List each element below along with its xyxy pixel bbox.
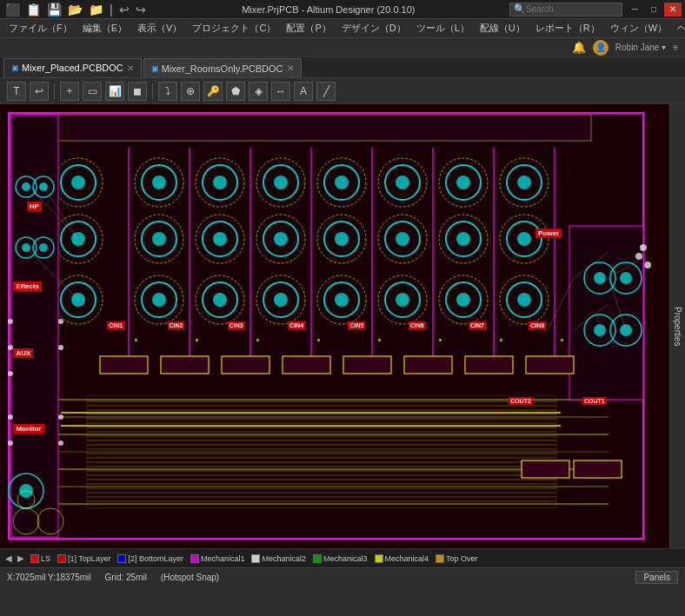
menu-report[interactable]: レポート（R） <box>530 20 605 36</box>
svg-point-86 <box>396 293 409 307</box>
tool-fill[interactable]: ◼ <box>128 82 147 101</box>
layer-mech1-label: Mechanical1 <box>201 554 245 563</box>
layer-top[interactable]: [1] TopLayer <box>55 554 113 563</box>
svg-point-78 <box>152 293 166 307</box>
tool-text[interactable]: A <box>294 82 313 101</box>
conn-cin3: CIN3 <box>228 321 245 329</box>
menu-edit[interactable]: 編集（E） <box>77 20 132 36</box>
status-right: Panels <box>635 571 678 584</box>
svg-rect-140 <box>404 356 452 374</box>
layer-bottom[interactable]: [2] BottomLayer <box>115 554 186 563</box>
search-input[interactable] <box>526 4 613 14</box>
svg-point-54 <box>396 176 409 189</box>
quick-icon-2[interactable]: 💾 <box>45 3 63 17</box>
properties-panel-tab[interactable]: Properties <box>669 104 685 548</box>
svg-point-64 <box>213 232 227 246</box>
app-icon: ⬛ <box>3 3 22 17</box>
layer-top-label: [1] TopLayer <box>68 554 110 563</box>
layer-ls[interactable]: LS <box>28 554 53 563</box>
svg-point-117 <box>22 182 30 191</box>
layer-top-color <box>57 554 66 563</box>
layer-mech1[interactable]: Mechanical1 <box>188 554 248 563</box>
user-icon[interactable]: 👤 <box>593 40 609 56</box>
conn-cin5: CIN5 <box>348 321 365 329</box>
menu-view[interactable]: 表示（V） <box>132 20 187 36</box>
svg-point-48 <box>213 176 227 189</box>
close-button[interactable]: ✕ <box>664 3 682 17</box>
tool-rect[interactable]: ▭ <box>83 82 102 101</box>
tool-poly[interactable]: ⬟ <box>226 82 245 101</box>
quick-icon-5[interactable]: | <box>108 3 115 17</box>
menu-help[interactable]: ヘルプ（H） <box>672 20 685 36</box>
svg-rect-139 <box>343 356 391 374</box>
layer-ls-color <box>30 554 39 563</box>
conn-cin8: CIN8 <box>529 321 546 329</box>
svg-point-88 <box>456 293 470 307</box>
svg-point-66 <box>274 232 288 246</box>
room-power: Power <box>535 229 562 238</box>
tab-mixer-rooms[interactable]: ▣ Mixer_RoomsOnly.PCBDOC ✕ <box>143 58 302 77</box>
quick-icon-3[interactable]: 📂 <box>66 3 84 17</box>
menu-window[interactable]: ウィン（W） <box>605 20 672 36</box>
menu-place[interactable]: 配置（P） <box>281 20 336 36</box>
conn-cout1: COUT1 <box>582 397 607 405</box>
svg-point-163 <box>644 262 651 268</box>
bell-icon[interactable]: 🔔 <box>572 41 586 54</box>
room-hp: HP <box>27 202 42 211</box>
layer-mech4-color <box>375 554 383 563</box>
tool-measure[interactable]: ↔ <box>271 82 290 101</box>
pcb-canvas[interactable]: HP Effects AUX Monitor Power CIN1 CIN2 C… <box>0 104 669 548</box>
menu-tools[interactable]: ツール（L） <box>411 20 475 36</box>
quick-icon-undo[interactable]: ↩ <box>117 3 131 17</box>
svg-point-161 <box>58 440 63 446</box>
conn-cin6: CIN6 <box>409 321 426 329</box>
conn-cin4: CIN4 <box>288 321 305 329</box>
menu-design[interactable]: デザイン（D） <box>336 20 411 36</box>
svg-point-68 <box>335 232 349 246</box>
layer-scroll-left[interactable]: ◀ <box>3 553 14 563</box>
tab-close-1[interactable]: ✕ <box>127 63 134 73</box>
panels-button[interactable]: Panels <box>635 571 678 584</box>
tool-undo[interactable]: ↩ <box>30 82 49 101</box>
tab-close-2[interactable]: ✕ <box>287 63 294 73</box>
menu-file[interactable]: ファイル（F） <box>3 20 77 36</box>
tool-add[interactable]: ＋ <box>60 82 79 101</box>
quick-icon-4[interactable]: 📁 <box>87 3 105 17</box>
tool-chart[interactable]: 📊 <box>105 82 124 101</box>
layer-mech4[interactable]: Mechanical4 <box>372 554 432 563</box>
tool-inspect[interactable]: ◈ <box>249 82 268 101</box>
svg-rect-2 <box>26 115 591 141</box>
title-icons: ⬛ 📋 💾 📂 📁 | ↩ ↪ <box>3 3 148 17</box>
title-search-box[interactable]: 🔍 <box>509 3 622 17</box>
room-aux: AUX <box>13 348 33 358</box>
menu-route[interactable]: 配線（U） <box>475 20 530 36</box>
svg-rect-167 <box>135 339 137 341</box>
tool-pad[interactable]: ⊕ <box>181 82 200 101</box>
conn-cout2: COUT2 <box>509 397 533 405</box>
svg-point-157 <box>8 440 13 446</box>
tool-key[interactable]: 🔑 <box>203 82 223 101</box>
layer-mech3[interactable]: Mechanical3 <box>310 554 370 563</box>
tab-mixer-placed[interactable]: ▣ Mixer_Placed.PCBDOC ✕ <box>3 58 142 77</box>
layer-mech3-color <box>313 554 322 563</box>
svg-point-160 <box>58 414 63 420</box>
toolbar: T ↩ ＋ ▭ 📊 ◼ ⤵ ⊕ 🔑 ⬟ ◈ ↔ A ╱ <box>0 78 685 104</box>
layer-mech2[interactable]: Mechanical2 <box>249 554 309 563</box>
quick-icon-redo[interactable]: ↪ <box>134 3 148 17</box>
minimize-button[interactable]: ─ <box>626 3 643 17</box>
svg-rect-143 <box>522 460 569 478</box>
restore-button[interactable]: □ <box>645 3 662 17</box>
tool-select[interactable]: T <box>7 82 26 101</box>
svg-point-44 <box>71 176 85 189</box>
menu-project[interactable]: プロジェクト（C） <box>187 20 281 36</box>
title-left: ⬛ 📋 💾 📂 📁 | ↩ ↪ <box>3 3 148 17</box>
room-effects: Effects <box>13 282 42 291</box>
tool-route[interactable]: ⤵ <box>158 82 177 101</box>
tool-line[interactable]: ╱ <box>316 82 336 101</box>
layer-topover[interactable]: Top Over <box>433 554 481 563</box>
quick-icon-1[interactable]: 📋 <box>24 3 43 17</box>
svg-rect-137 <box>222 356 269 374</box>
title-bar: ⬛ 📋 💾 📂 📁 | ↩ ↪ Mixer.PrjPCB - Altium De… <box>0 0 685 19</box>
svg-rect-173 <box>500 339 502 341</box>
layer-scroll-right[interactable]: ▶ <box>16 553 26 563</box>
